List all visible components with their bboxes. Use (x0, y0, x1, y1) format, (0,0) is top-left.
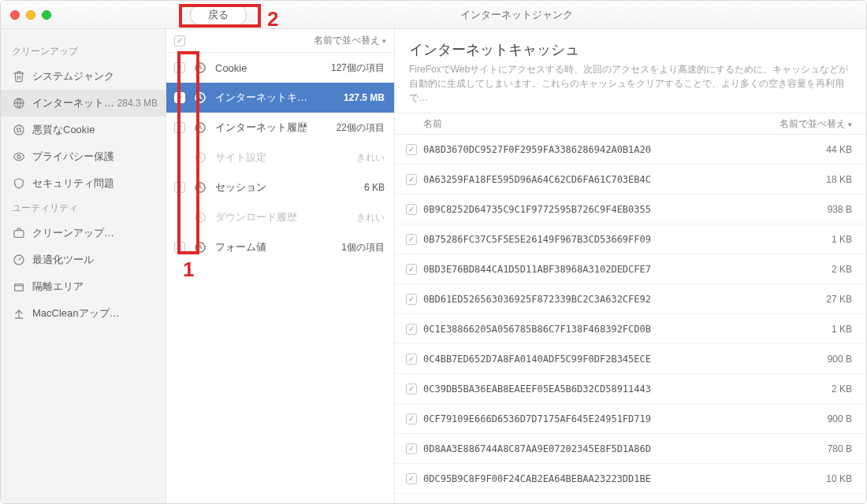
file-checkbox[interactable]: ✓ (406, 234, 417, 245)
history-icon (192, 119, 209, 136)
annotation-label-1: 1 (183, 258, 194, 282)
file-name: 0C4BB7ED652D7A8FA0140ADF5C99F0DF2B345ECE (423, 354, 820, 365)
shield-icon (12, 176, 26, 191)
file-size: 1 KB (832, 234, 852, 245)
category-checkbox[interactable]: ✓ (174, 92, 185, 103)
detail-title: インターネットキャッシュ (395, 29, 866, 62)
zoom-window-icon[interactable] (42, 10, 51, 20)
sidebar-item-label: 最適化ツール (32, 253, 158, 267)
category-checkbox[interactable]: ✓ (174, 122, 185, 133)
svg-point-2 (17, 128, 17, 129)
file-checkbox[interactable]: ✓ (406, 144, 417, 155)
category-header: ✓ 名前で並べ替え (166, 29, 394, 53)
sidebar-item-label: インターネット… (32, 96, 117, 110)
trash-icon (12, 69, 26, 83)
sidebar-item[interactable]: 最適化ツール (1, 246, 166, 273)
file-list-header: 名前 名前で並べ替え (395, 113, 866, 135)
sidebar-item[interactable]: 隔離エリア (1, 273, 166, 300)
close-window-icon[interactable] (10, 10, 20, 20)
file-row[interactable]: ✓0CF79109E666D6536D7D7175AF645E24951FD71… (395, 404, 866, 434)
category-checkbox[interactable]: ✓ (174, 182, 185, 193)
file-row[interactable]: ✓0BD61ED526563036925F872339BC2C3A632CFE9… (395, 284, 866, 314)
file-size: 10 KB (826, 473, 852, 484)
sidebar-item[interactable]: プライバシー保護 (1, 143, 166, 170)
file-checkbox[interactable]: ✓ (406, 204, 417, 215)
file-name: 0E83D083CC6D8DA879FF3F6D89F5C3A7E396 (423, 503, 818, 504)
svg-point-1 (14, 125, 24, 135)
category-label: Cookie (215, 62, 326, 74)
globe-icon (12, 96, 26, 110)
sidebar-section-header: クリーンアップ (1, 40, 166, 63)
category-meta: 1個の項目 (341, 241, 385, 254)
file-checkbox[interactable]: ✓ (406, 264, 417, 275)
sidebar: クリーンアップシステムジャンクインターネット…284.3 MB悪質なCookie… (1, 29, 166, 503)
titlebar: 戻る インターネットジャンク (1, 1, 866, 29)
file-row[interactable]: ✓0D8AA3E886744A8C87AA9E07202345E8F5D1A86… (395, 434, 866, 464)
file-row[interactable]: ✓0BD3E76BD844CA1D5D11ABF38968A3102DEDCFE… (395, 254, 866, 284)
category-meta: 127個の項目 (331, 61, 385, 75)
file-name: 0B75286FC37C5F5E5E26149F967B3CD53669FF09 (423, 234, 824, 245)
category-label: フォーム値 (215, 240, 337, 254)
file-name: 0B9C8252D64735C9C1F9772595B726C9F4EB0355 (423, 204, 820, 215)
detail-panel: インターネットキャッシュ FireFoxでWebサイトにアクセスする時、次回のア… (395, 29, 866, 503)
category-meta: 127.5 MB (344, 92, 385, 103)
sidebar-item[interactable]: インターネット…284.3 MB (1, 90, 166, 117)
category-meta: きれい (356, 151, 385, 165)
file-checkbox[interactable]: ✓ (406, 473, 417, 484)
file-size: 18 KB (826, 174, 852, 185)
file-row[interactable]: ✓0B75286FC37C5F5E5E26149F967B3CD53669FF0… (395, 224, 866, 254)
file-row[interactable]: ✓0C39DB5BA36EAB8EAEEF05EA5B6D32CD5891144… (395, 374, 866, 404)
select-all-checkbox[interactable]: ✓ (174, 35, 185, 46)
back-button[interactable]: 戻る (190, 5, 247, 25)
category-sort-button[interactable]: 名前で並べ替え (314, 34, 386, 47)
sidebar-item[interactable]: クリーンアップ… (1, 220, 166, 246)
svg-rect-7 (14, 231, 24, 238)
category-checkbox[interactable]: ✓ (174, 242, 185, 253)
file-name: 0DC95B9C8F9F00F24CAB2EA64BEBAA23223DD1BE (423, 473, 818, 484)
category-item[interactable]: ✓セッション6 KB (166, 172, 394, 202)
category-item[interactable]: ✓インターネットキ…127.5 MB (166, 83, 394, 113)
file-row[interactable]: ✓0C4BB7ED652D7A8FA0140ADF5C99F0DF2B345EC… (395, 344, 866, 374)
file-checkbox[interactable]: ✓ (406, 443, 417, 454)
file-name: 0C1E38866205A056785B86C7F138F468392FCD0B (423, 324, 824, 335)
file-row[interactable]: ✓0B9C8252D64735C9C1F9772595B726C9F4EB035… (395, 195, 866, 224)
file-checkbox[interactable]: ✓ (406, 503, 417, 504)
category-item[interactable]: サイト設定きれい (166, 143, 394, 172)
file-checkbox[interactable]: ✓ (406, 174, 417, 185)
file-name: 0BD61ED526563036925F872339BC2C3A632CFE92 (423, 294, 818, 305)
file-row[interactable]: ✓0A8D3670DC9527F0F2959FA3386286942A0B1A2… (395, 135, 866, 165)
file-row[interactable]: ✓0C1E38866205A056785B86C7F138F468392FCD0… (395, 314, 866, 344)
sidebar-item[interactable]: セキュリティ問題 (1, 170, 166, 197)
file-checkbox[interactable]: ✓ (406, 413, 417, 424)
file-list[interactable]: ✓0A8D3670DC9527F0F2959FA3386286942A0B1A2… (395, 135, 866, 503)
svg-point-6 (17, 155, 20, 158)
file-checkbox[interactable]: ✓ (406, 354, 417, 365)
sidebar-item[interactable]: 悪質なCookie (1, 117, 166, 143)
minimize-window-icon[interactable] (26, 10, 35, 20)
file-checkbox[interactable]: ✓ (406, 294, 417, 305)
file-row[interactable]: ✓0E83D083CC6D8DA879FF3F6D89F5C3A7E39614 … (395, 494, 866, 503)
svg-point-5 (20, 131, 20, 132)
history-icon (192, 209, 209, 226)
eye-icon (12, 150, 26, 164)
file-sort-button[interactable]: 名前で並べ替え (780, 117, 852, 131)
file-row[interactable]: ✓0DC95B9C8F9F00F24CAB2EA64BEBAA23223DD1B… (395, 464, 866, 494)
category-item[interactable]: ✓インターネット履歴22個の項目 (166, 113, 394, 143)
file-row[interactable]: ✓0A63259FA18FE595D96A64C62CD6FA61C703EB4… (395, 165, 866, 195)
file-size: 2 KB (832, 384, 852, 395)
svg-point-4 (17, 131, 18, 132)
category-item[interactable]: ダウンロード履歴きれい (166, 202, 394, 232)
sidebar-item-label: プライバシー保護 (32, 150, 158, 164)
sidebar-item[interactable]: システムジャンク (1, 63, 166, 90)
cookie-icon (12, 123, 26, 137)
gauge-icon (12, 253, 26, 267)
file-checkbox[interactable]: ✓ (406, 384, 417, 395)
history-icon (192, 239, 209, 256)
category-item[interactable]: ✓フォーム値1個の項目 (166, 232, 394, 262)
sidebar-item[interactable]: MacCleanアップ… (1, 300, 166, 327)
annotation-label-2: 2 (267, 7, 278, 32)
file-size: 1 KB (832, 324, 852, 335)
category-checkbox[interactable]: ✓ (174, 62, 185, 73)
category-item[interactable]: ✓Cookie127個の項目 (166, 53, 394, 83)
file-checkbox[interactable]: ✓ (406, 324, 417, 335)
